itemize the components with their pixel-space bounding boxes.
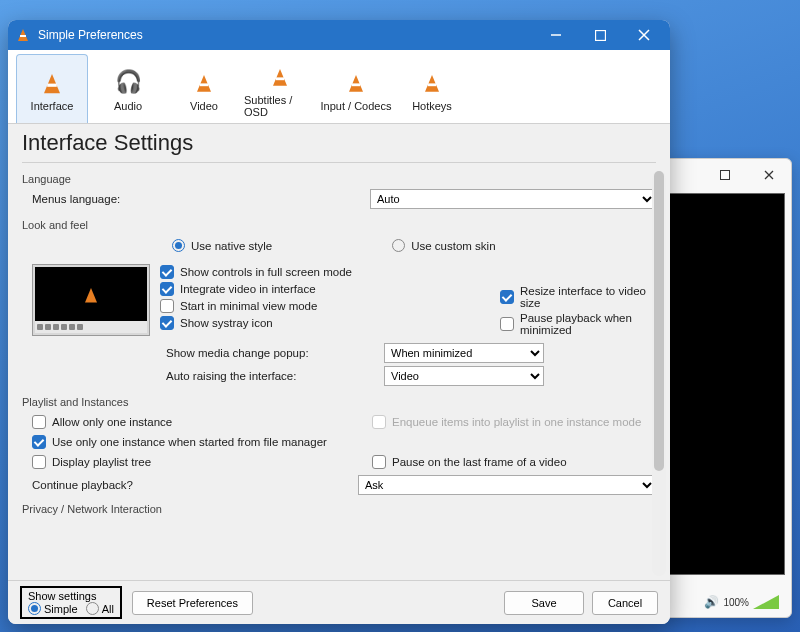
tab-subtitles[interactable]: Subtitles / OSD	[244, 54, 316, 123]
show-settings-group: Show settings Simple All	[20, 586, 122, 619]
radio-simple[interactable]	[28, 602, 41, 615]
check-one-instance[interactable]	[32, 415, 46, 429]
custom-skin-label: Use custom skin	[411, 240, 495, 252]
integrate-video-label: Integrate video in interface	[180, 283, 316, 295]
bg-close-button[interactable]	[751, 163, 787, 187]
tab-label: Interface	[31, 100, 74, 112]
tab-hotkeys[interactable]: Hotkeys	[396, 54, 468, 123]
titlebar: Simple Preferences	[8, 20, 670, 50]
auto-raise-label: Auto raising the interface:	[166, 370, 376, 382]
background-player-window: 🔊 100%	[662, 158, 792, 618]
start-minimal-label: Start in minimal view mode	[180, 300, 317, 312]
check-systray[interactable]	[160, 316, 174, 330]
minimize-button[interactable]	[534, 20, 578, 50]
continue-playback-label: Continue playback?	[32, 479, 350, 491]
codecs-cone-icon	[340, 66, 372, 98]
tab-label: Video	[190, 100, 218, 112]
tab-label: Subtitles / OSD	[244, 94, 316, 118]
content-scrollbar[interactable]	[652, 171, 666, 576]
bg-status-bar: 🔊 100%	[698, 591, 785, 613]
bg-volume-label: 100%	[723, 597, 749, 608]
preferences-window: Simple Preferences Interface 🎧 Au	[8, 20, 670, 624]
tab-interface[interactable]: Interface	[16, 54, 88, 123]
one-instance-fm-label: Use only one instance when started from …	[52, 436, 327, 448]
tab-input-codecs[interactable]: Input / Codecs	[320, 54, 392, 123]
maximize-button[interactable]	[578, 20, 622, 50]
check-resize-interface[interactable]	[500, 290, 514, 304]
show-settings-label: Show settings	[28, 590, 114, 602]
tab-label: Hotkeys	[412, 100, 452, 112]
save-button[interactable]: Save	[504, 591, 584, 615]
one-instance-label: Allow only one instance	[52, 416, 172, 428]
radio-native-style[interactable]	[172, 239, 185, 252]
speaker-icon[interactable]: 🔊	[704, 595, 719, 609]
bg-maximize-button[interactable]	[707, 163, 743, 187]
close-button[interactable]	[622, 20, 666, 50]
show-controls-label: Show controls in full screen mode	[180, 266, 352, 278]
section-privacy: Privacy / Network Interaction	[22, 503, 656, 515]
window-title: Simple Preferences	[38, 28, 534, 42]
divider	[22, 162, 656, 163]
enqueue-label: Enqueue items into playlist in one insta…	[392, 416, 641, 428]
tab-label: Audio	[114, 100, 142, 112]
media-popup-select[interactable]: When minimized	[384, 343, 544, 363]
menus-language-label: Menus language:	[32, 193, 362, 205]
media-popup-label: Show media change popup:	[166, 347, 376, 359]
vlc-cone-icon	[16, 27, 32, 43]
tab-label: Input / Codecs	[321, 100, 392, 112]
interface-cone-icon	[36, 66, 68, 98]
scroll-thumb[interactable]	[654, 171, 664, 471]
systray-label: Show systray icon	[180, 317, 273, 329]
native-style-label: Use native style	[191, 240, 272, 252]
check-pause-last-frame[interactable]	[372, 455, 386, 469]
menus-language-select[interactable]: Auto	[370, 189, 656, 209]
check-display-tree[interactable]	[32, 455, 46, 469]
settings-content: Language Menus language: Auto Look and f…	[8, 167, 670, 580]
radio-custom-skin[interactable]	[392, 239, 405, 252]
headphones-icon: 🎧	[112, 66, 144, 98]
radio-all[interactable]	[86, 602, 99, 615]
bottom-bar: Show settings Simple All Reset Preferenc…	[8, 580, 670, 624]
video-cone-icon	[188, 66, 220, 98]
hotkeys-cone-icon	[416, 66, 448, 98]
section-look-and-feel: Look and feel	[22, 219, 656, 231]
all-label: All	[102, 603, 114, 615]
continue-playback-select[interactable]: Ask	[358, 475, 656, 495]
volume-triangle-icon[interactable]	[753, 595, 779, 609]
cancel-button[interactable]: Cancel	[592, 591, 658, 615]
category-toolbar: Interface 🎧 Audio Video Subtitles / OSD …	[8, 50, 670, 124]
check-one-instance-fm[interactable]	[32, 435, 46, 449]
tab-video[interactable]: Video	[168, 54, 240, 123]
bg-video-area	[669, 193, 785, 575]
auto-raise-select[interactable]: Video	[384, 366, 544, 386]
check-show-controls[interactable]	[160, 265, 174, 279]
section-language: Language	[22, 173, 656, 185]
svg-rect-1	[595, 30, 605, 40]
check-start-minimal[interactable]	[160, 299, 174, 313]
check-enqueue	[372, 415, 386, 429]
page-title: Interface Settings	[8, 124, 670, 162]
check-integrate-video[interactable]	[160, 282, 174, 296]
check-pause-minimized[interactable]	[500, 317, 514, 331]
section-playlist: Playlist and Instances	[22, 396, 656, 408]
svg-rect-0	[721, 171, 730, 180]
resize-interface-label: Resize interface to video size	[520, 285, 656, 309]
pause-last-frame-label: Pause on the last frame of a video	[392, 456, 567, 468]
display-tree-label: Display playlist tree	[52, 456, 151, 468]
simple-label: Simple	[44, 603, 78, 615]
skin-preview-thumbnail	[32, 264, 150, 336]
subtitles-cone-icon	[264, 60, 296, 92]
tab-audio[interactable]: 🎧 Audio	[92, 54, 164, 123]
pause-minimized-label: Pause playback when minimized	[520, 312, 656, 336]
reset-preferences-button[interactable]: Reset Preferences	[132, 591, 253, 615]
